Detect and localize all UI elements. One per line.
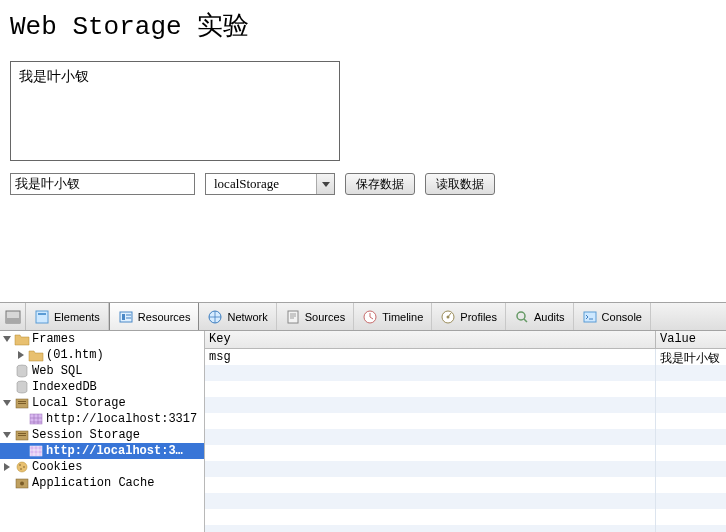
resources-sidebar: Frames (01.htm) Web SQL IndexedDB Local bbox=[0, 331, 205, 532]
svg-point-33 bbox=[23, 466, 25, 468]
header-value[interactable]: Value bbox=[656, 331, 726, 348]
chevron-down-icon bbox=[2, 430, 12, 440]
form-row: localStorage 保存数据 读取数据 bbox=[10, 173, 716, 195]
sidebar-item-sessionstorage[interactable]: Session Storage bbox=[0, 427, 204, 443]
devtools-panel: Elements Resources Network Sources Timel… bbox=[0, 302, 726, 532]
table-row[interactable]: msg 我是叶小钗 bbox=[205, 349, 726, 365]
network-icon bbox=[207, 309, 223, 325]
svg-rect-28 bbox=[18, 435, 26, 436]
tab-profiles[interactable]: Profiles bbox=[432, 303, 506, 330]
appcache-icon bbox=[14, 476, 30, 490]
value-input[interactable] bbox=[10, 173, 195, 195]
svg-marker-30 bbox=[4, 463, 10, 471]
storage-table: Key Value msg 我是叶小钗 bbox=[205, 331, 726, 532]
svg-rect-2 bbox=[6, 318, 20, 323]
tab-elements[interactable]: Elements bbox=[26, 303, 109, 330]
dock-icon[interactable] bbox=[0, 303, 26, 330]
database-icon bbox=[14, 380, 30, 394]
header-key[interactable]: Key bbox=[205, 331, 656, 348]
svg-rect-23 bbox=[18, 403, 26, 404]
sidebar-item-frames[interactable]: Frames bbox=[0, 331, 204, 347]
svg-rect-7 bbox=[126, 314, 132, 316]
tab-timeline[interactable]: Timeline bbox=[354, 303, 432, 330]
elements-icon bbox=[34, 309, 50, 325]
svg-point-32 bbox=[19, 464, 21, 466]
read-button[interactable]: 读取数据 bbox=[425, 173, 495, 195]
storage-icon bbox=[14, 396, 30, 410]
storage-icon bbox=[14, 428, 30, 442]
svg-rect-3 bbox=[36, 311, 48, 323]
grid-icon bbox=[28, 444, 44, 458]
timeline-icon bbox=[362, 309, 378, 325]
sidebar-item-ls-origin[interactable]: http://localhost:3317 bbox=[0, 411, 204, 427]
sidebar-item-ss-origin[interactable]: http://localhost:3… bbox=[0, 443, 204, 459]
chevron-right-icon bbox=[16, 350, 26, 360]
svg-rect-8 bbox=[126, 317, 132, 319]
svg-rect-29 bbox=[30, 446, 42, 456]
page-title: Web Storage 实验 bbox=[10, 8, 716, 43]
cookies-icon bbox=[14, 460, 30, 474]
storage-select-value: localStorage bbox=[206, 176, 316, 192]
folder-icon bbox=[14, 332, 30, 346]
svg-marker-0 bbox=[322, 182, 330, 187]
svg-point-14 bbox=[517, 312, 525, 320]
svg-point-13 bbox=[447, 315, 450, 318]
sidebar-item-indexeddb[interactable]: IndexedDB bbox=[0, 379, 204, 395]
folder-icon bbox=[28, 348, 44, 362]
chevron-down-icon[interactable] bbox=[316, 174, 334, 194]
sidebar-item-websql[interactable]: Web SQL bbox=[0, 363, 204, 379]
chevron-right-icon bbox=[2, 462, 12, 472]
svg-rect-22 bbox=[18, 401, 26, 402]
sidebar-item-appcache[interactable]: Application Cache bbox=[0, 475, 204, 491]
svg-marker-25 bbox=[3, 432, 11, 438]
tab-resources[interactable]: Resources bbox=[109, 303, 200, 330]
database-icon bbox=[14, 364, 30, 378]
storage-select[interactable]: localStorage bbox=[205, 173, 335, 195]
resources-icon bbox=[118, 309, 134, 325]
console-icon bbox=[582, 309, 598, 325]
svg-marker-17 bbox=[18, 351, 24, 359]
svg-rect-24 bbox=[30, 414, 42, 424]
svg-marker-20 bbox=[3, 400, 11, 406]
tab-console[interactable]: Console bbox=[574, 303, 651, 330]
devtools-tabbar: Elements Resources Network Sources Timel… bbox=[0, 303, 726, 331]
svg-point-36 bbox=[20, 482, 24, 486]
chevron-down-icon bbox=[2, 398, 12, 408]
sources-icon bbox=[285, 309, 301, 325]
svg-marker-16 bbox=[3, 336, 11, 342]
sidebar-item-frame0[interactable]: (01.htm) bbox=[0, 347, 204, 363]
profiles-icon bbox=[440, 309, 456, 325]
sidebar-item-cookies[interactable]: Cookies bbox=[0, 459, 204, 475]
tab-audits[interactable]: Audits bbox=[506, 303, 574, 330]
tab-network[interactable]: Network bbox=[199, 303, 276, 330]
tab-sources[interactable]: Sources bbox=[277, 303, 354, 330]
display-box: 我是叶小钗 bbox=[10, 61, 340, 161]
table-header: Key Value bbox=[205, 331, 726, 349]
sidebar-item-localstorage[interactable]: Local Storage bbox=[0, 395, 204, 411]
audits-icon bbox=[514, 309, 530, 325]
chevron-down-icon bbox=[2, 334, 12, 344]
svg-rect-10 bbox=[288, 311, 298, 323]
svg-rect-4 bbox=[38, 313, 46, 315]
svg-rect-27 bbox=[18, 433, 26, 434]
save-button[interactable]: 保存数据 bbox=[345, 173, 415, 195]
grid-icon bbox=[28, 412, 44, 426]
svg-rect-6 bbox=[122, 314, 125, 320]
svg-point-34 bbox=[20, 468, 22, 470]
svg-point-31 bbox=[17, 462, 27, 472]
table-body: msg 我是叶小钗 bbox=[205, 349, 726, 532]
svg-rect-15 bbox=[584, 312, 596, 322]
